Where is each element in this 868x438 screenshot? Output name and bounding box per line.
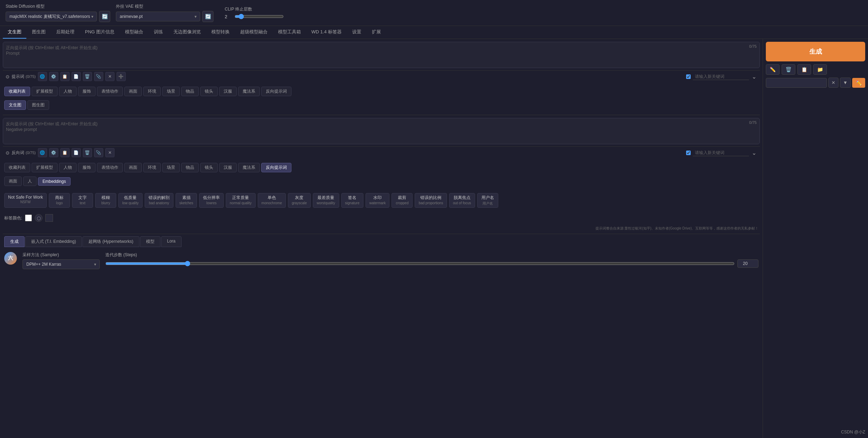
- tag-tab-lens[interactable]: 镜头: [200, 87, 218, 96]
- prompt-keyword-checkbox[interactable]: [686, 74, 691, 79]
- neg-tag-tab-favorites[interactable]: 收藏列表: [4, 163, 30, 172]
- neg-tag-tab-object[interactable]: 物品: [181, 163, 199, 172]
- prompt-globe-btn[interactable]: 🌐: [38, 72, 47, 81]
- tag-tab-negative-prompt[interactable]: 反向提示词: [261, 87, 291, 96]
- tag-chip-watermark[interactable]: 水印 watermark: [366, 193, 390, 208]
- steps-value[interactable]: [737, 259, 758, 268]
- sub-tab-txt2img[interactable]: 文生图: [4, 100, 26, 110]
- bottom-tab-generate[interactable]: 生成: [4, 236, 25, 247]
- model-select[interactable]: majicMIX realistic 麦橘写实_v7.safetensors: [6, 12, 97, 21]
- bottom-tab-model[interactable]: 模型: [140, 236, 160, 247]
- tag-tab-favorites[interactable]: 收藏列表: [4, 87, 30, 96]
- style-input[interactable]: [766, 78, 827, 88]
- neg-globe-btn[interactable]: 🌐: [38, 148, 47, 157]
- nav-tab-browser[interactable]: 无边图像浏览: [169, 26, 206, 39]
- action-folder-btn[interactable]: 📁: [813, 64, 827, 75]
- neg-tag-tab-negative-prompt[interactable]: 反向提示词: [261, 163, 291, 172]
- neg-paste-btn[interactable]: 📄: [72, 148, 81, 157]
- neg-tag-tab-outfit[interactable]: 服饰: [78, 163, 96, 172]
- positive-keyword-input[interactable]: [693, 73, 749, 80]
- negative-expand-btn[interactable]: ⌄: [751, 149, 757, 157]
- neg-clear-btn[interactable]: 🗑️: [83, 148, 92, 157]
- neg-tag-tab-expression[interactable]: 表情动作: [97, 163, 123, 172]
- avatar[interactable]: 六: [4, 252, 17, 265]
- action-pencil-btn[interactable]: ✏️: [766, 64, 780, 75]
- style-x-btn[interactable]: ✕: [828, 78, 839, 88]
- bottom-tab-embedding[interactable]: 嵌入式 (T.I. Embedding): [25, 236, 82, 247]
- nav-tab-merge[interactable]: 模型融合: [120, 26, 148, 39]
- vae-select[interactable]: animevae.pt: [116, 12, 200, 21]
- neg-copy-btn[interactable]: 📎: [94, 148, 103, 157]
- bottom-tab-hypernetworks[interactable]: 超网络 (Hypernetworks): [83, 236, 139, 247]
- neg-clipboard-btn[interactable]: 📋: [60, 148, 70, 157]
- tag-tab-scene[interactable]: 场景: [162, 87, 180, 96]
- prompt-delete-btn[interactable]: ✕: [105, 72, 114, 81]
- tag-tab-magic[interactable]: 魔法系: [238, 87, 260, 96]
- nav-tab-wd14[interactable]: WD 1.4 标签器: [307, 26, 347, 39]
- tag-tab-hanfu[interactable]: 汉服: [219, 87, 237, 96]
- neg-prompt-collapse-icon[interactable]: ⊙: [6, 150, 9, 155]
- tag-chip-grayscale[interactable]: 灰度 grayscale: [288, 193, 311, 208]
- negative-prompt-input[interactable]: [3, 118, 760, 143]
- neg-tag-tab-lora[interactable]: 扩展模型: [32, 163, 58, 172]
- tag-chip-logo[interactable]: 商标 logo: [49, 193, 70, 208]
- action-clipboard-btn[interactable]: 📋: [797, 64, 811, 75]
- action-trash-btn[interactable]: 🗑️: [782, 64, 795, 75]
- positive-prompt-input[interactable]: [3, 42, 760, 67]
- prompt-add-btn[interactable]: ➕: [117, 72, 126, 81]
- neg-sub-tab-person[interactable]: 人: [23, 177, 37, 186]
- color-swatch-white[interactable]: [25, 214, 32, 221]
- prompt-clipboard-btn[interactable]: 📋: [60, 72, 70, 81]
- tag-tab-outfit[interactable]: 服饰: [78, 87, 96, 96]
- prompt-copy-btn[interactable]: 📎: [94, 72, 103, 81]
- nav-tab-img2img[interactable]: 图生图: [27, 26, 51, 39]
- prompt-settings-btn[interactable]: ⚙️: [49, 72, 58, 81]
- tag-chip-blurry[interactable]: 模糊 blurry: [95, 193, 116, 208]
- neg-tag-tab-environment[interactable]: 环境: [143, 163, 161, 172]
- tag-tab-object[interactable]: 物品: [181, 87, 199, 96]
- prompt-clear-btn[interactable]: 🗑️: [83, 72, 92, 81]
- tag-chip-monochrome[interactable]: 单色 monochrome: [258, 193, 286, 208]
- sub-tab-img2img[interactable]: 图生图: [27, 100, 49, 110]
- nav-tab-convert[interactable]: 模型转换: [206, 26, 235, 39]
- color-circle-btn[interactable]: ◯: [35, 214, 42, 222]
- tag-chip-lowres[interactable]: 低分辨率 lowres: [199, 193, 224, 208]
- neg-tag-tab-scene[interactable]: 场景: [162, 163, 180, 172]
- sampler-select[interactable]: DPM++ 2M Karras: [22, 259, 100, 269]
- positive-expand-btn[interactable]: ⌄: [751, 73, 757, 81]
- tag-tab-character[interactable]: 人物: [59, 87, 77, 96]
- tag-chip-signature[interactable]: 签名 signature: [341, 193, 363, 208]
- neg-settings-btn[interactable]: ⚙️: [49, 148, 58, 157]
- neg-sub-tab-art[interactable]: 画面: [4, 177, 22, 186]
- tag-chip-normal-quality[interactable]: 正常质量 normal quality: [226, 193, 255, 208]
- nav-tab-tools[interactable]: 模型工具箱: [273, 26, 306, 39]
- bottom-tab-lora[interactable]: Lora: [161, 236, 182, 247]
- tag-chip-worstquality[interactable]: 最差质量 worstquality: [313, 193, 339, 208]
- neg-sub-tab-embeddings[interactable]: Embeddings: [38, 177, 71, 186]
- style-dropdown-btn[interactable]: ▼: [840, 78, 851, 88]
- nav-tab-extensions[interactable]: 扩展: [367, 26, 386, 39]
- nav-tab-txt2img[interactable]: 文生图: [3, 26, 26, 39]
- neg-tag-tab-magic[interactable]: 魔法系: [238, 163, 260, 172]
- tag-tab-lora[interactable]: 扩展模型: [32, 87, 58, 96]
- prompt-collapse-icon[interactable]: ⊙: [6, 74, 9, 79]
- tag-chip-low-quality[interactable]: 低质量 low quality: [118, 193, 143, 208]
- style-edit-btn[interactable]: ✏️: [852, 78, 865, 88]
- tag-tab-art[interactable]: 画面: [124, 87, 142, 96]
- tag-chip-sketches[interactable]: 素描 sketches: [176, 193, 197, 208]
- neg-tag-tab-hanfu[interactable]: 汉服: [219, 163, 237, 172]
- tag-chip-cropped[interactable]: 裁剪 cropped: [392, 193, 413, 208]
- vae-refresh-btn[interactable]: 🔄: [202, 11, 213, 22]
- tag-chip-text[interactable]: 文字 text: [72, 193, 93, 208]
- tag-chip-nsfw[interactable]: Not Safe For Work NSFW: [4, 193, 47, 208]
- clip-slider[interactable]: [235, 14, 284, 19]
- neg-delete-btn[interactable]: ✕: [105, 148, 114, 157]
- generate-btn[interactable]: 生成: [766, 42, 865, 61]
- neg-tag-tab-character[interactable]: 人物: [59, 163, 77, 172]
- tag-tab-expression[interactable]: 表情动作: [97, 87, 123, 96]
- model-refresh-btn[interactable]: 🔄: [99, 11, 110, 22]
- nav-tab-pnginfo[interactable]: PNG 图片信息: [80, 26, 119, 39]
- neg-tag-tab-art[interactable]: 画面: [124, 163, 142, 172]
- color-square-btn[interactable]: [45, 214, 53, 222]
- neg-keyword-checkbox[interactable]: [686, 151, 691, 155]
